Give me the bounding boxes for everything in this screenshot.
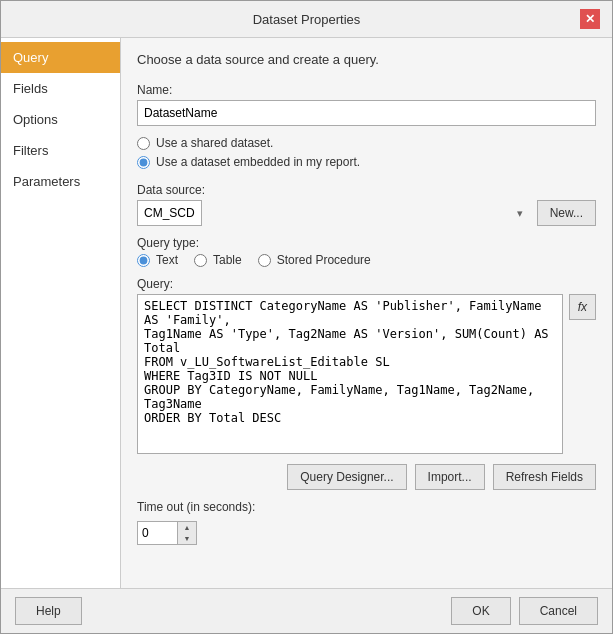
qt-table-radio[interactable] [194, 254, 207, 267]
name-label: Name: [137, 83, 596, 97]
qt-text-radio[interactable] [137, 254, 150, 267]
sidebar-item-filters[interactable]: Filters [1, 135, 120, 166]
fx-button[interactable]: fx [569, 294, 596, 320]
query-designer-button[interactable]: Query Designer... [287, 464, 406, 490]
spinner-buttons: ▲ ▼ [177, 521, 197, 545]
datasource-select-wrapper: CM_SCD [137, 200, 529, 226]
import-button[interactable]: Import... [415, 464, 485, 490]
datasource-select[interactable]: CM_SCD [137, 200, 202, 226]
spinner-up-button[interactable]: ▲ [178, 522, 196, 533]
ok-button[interactable]: OK [451, 597, 510, 625]
dialog-body: Query Fields Options Filters Parameters … [1, 38, 612, 588]
dialog-footer: Help OK Cancel [1, 588, 612, 633]
query-section: Query: SELECT DISTINCT CategoryName AS '… [137, 277, 596, 454]
sidebar-item-query[interactable]: Query [1, 42, 120, 73]
spinner-down-button[interactable]: ▼ [178, 533, 196, 544]
sidebar-item-options[interactable]: Options [1, 104, 120, 135]
sidebar-item-parameters[interactable]: Parameters [1, 166, 120, 197]
new-datasource-button[interactable]: New... [537, 200, 596, 226]
datasource-label: Data source: [137, 183, 596, 197]
footer-right-buttons: OK Cancel [451, 597, 598, 625]
query-label: Query: [137, 277, 596, 291]
qt-table-label[interactable]: Table [194, 253, 242, 267]
help-button[interactable]: Help [15, 597, 82, 625]
embedded-dataset-radio[interactable] [137, 156, 150, 169]
name-section: Name: [137, 83, 596, 126]
shared-dataset-radio-label[interactable]: Use a shared dataset. [137, 136, 596, 150]
dataset-type-radio-group: Use a shared dataset. Use a dataset embe… [137, 136, 596, 169]
qt-stored-radio[interactable] [258, 254, 271, 267]
timeout-label: Time out (in seconds): [137, 500, 596, 514]
query-textarea[interactable]: SELECT DISTINCT CategoryName AS 'Publish… [137, 294, 563, 454]
datasource-section: Data source: CM_SCD New... [137, 183, 596, 226]
refresh-fields-button[interactable]: Refresh Fields [493, 464, 596, 490]
query-area-container: SELECT DISTINCT CategoryName AS 'Publish… [137, 294, 596, 454]
shared-dataset-radio[interactable] [137, 137, 150, 150]
timeout-spinner: ▲ ▼ [137, 521, 197, 545]
name-input[interactable] [137, 100, 596, 126]
embedded-dataset-radio-label[interactable]: Use a dataset embedded in my report. [137, 155, 596, 169]
query-type-row: Text Table Stored Procedure [137, 253, 596, 267]
sidebar-item-fields[interactable]: Fields [1, 73, 120, 104]
dataset-properties-dialog: Dataset Properties ✕ Query Fields Option… [0, 0, 613, 634]
timeout-section: Time out (in seconds): ▲ ▼ [137, 500, 596, 545]
title-bar: Dataset Properties ✕ [1, 1, 612, 38]
sidebar: Query Fields Options Filters Parameters [1, 38, 121, 588]
query-type-section: Query type: Text Table Stored Procedure [137, 236, 596, 267]
main-content: Choose a data source and create a query.… [121, 38, 612, 588]
query-action-buttons: Query Designer... Import... Refresh Fiel… [137, 464, 596, 490]
datasource-row: CM_SCD New... [137, 200, 596, 226]
intro-text: Choose a data source and create a query. [137, 52, 596, 67]
qt-stored-label[interactable]: Stored Procedure [258, 253, 371, 267]
close-button[interactable]: ✕ [580, 9, 600, 29]
query-type-label: Query type: [137, 236, 596, 250]
cancel-button[interactable]: Cancel [519, 597, 598, 625]
dialog-title: Dataset Properties [33, 12, 580, 27]
timeout-input[interactable] [137, 521, 177, 545]
qt-text-label[interactable]: Text [137, 253, 178, 267]
